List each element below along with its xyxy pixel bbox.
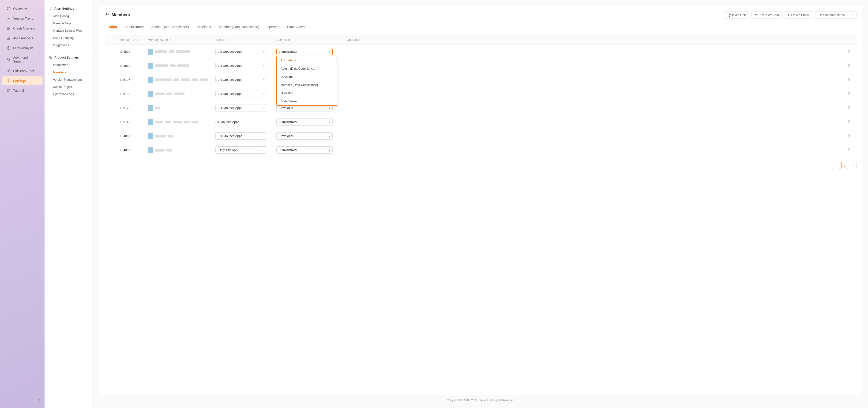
cell-member-id: ID 4867 [116, 129, 144, 143]
cell-operation [343, 129, 857, 143]
role-select-6[interactable]: Developer [276, 132, 333, 140]
row-checkbox-2[interactable] [109, 78, 112, 81]
tab-member-data-compliance[interactable]: Member (Data Compliance) [215, 23, 263, 31]
trash-icon [847, 134, 851, 137]
sort-icon-name[interactable]: ⇅ [170, 39, 172, 41]
sub-item-version-management[interactable]: Version Management [44, 76, 94, 83]
sub-item-integrations[interactable]: Integrations [44, 41, 94, 49]
tab-stats-viewer[interactable]: Stats Viewer [283, 23, 309, 31]
row-checkbox-0[interactable] [109, 49, 112, 53]
svg-point-14 [8, 91, 9, 92]
dropdown-item-admin-data-compliance[interactable]: Admin (Data Compliance) ⓘ [277, 64, 337, 73]
dropdown-item-stats-viewer[interactable]: Stats Viewer [277, 97, 337, 105]
scope-select-3[interactable]: All Grouped Apps [215, 90, 267, 97]
row-checkbox-4[interactable] [109, 106, 112, 109]
current-page[interactable]: 1 [841, 162, 848, 169]
scope-help-icon[interactable]: ⓘ [225, 38, 228, 41]
sort-icon-id[interactable]: ⇅ [136, 39, 138, 41]
delete-button-4[interactable] [845, 105, 853, 111]
cell-member-id: ID 4870 [116, 45, 144, 59]
collapse-button[interactable]: « [0, 395, 44, 404]
role-select-5[interactable]: Administrator [276, 118, 333, 126]
dropdown-item-operator[interactable]: Operator [277, 89, 337, 97]
sidebar-item-version-trend[interactable]: Version Trend [2, 14, 43, 23]
next-page-button[interactable]: > [850, 162, 857, 169]
row-checkbox-6[interactable] [109, 134, 112, 137]
members-header: Members Invite Link Invite WeCom Invite … [105, 11, 857, 19]
role-select-0[interactable]: Administrator [276, 48, 333, 55]
sidebar-item-settings[interactable]: Settings [2, 76, 43, 85]
table-row: ID 5170 All Grouped Apps ▾ Developer ▾ [105, 101, 857, 115]
invite-email-button[interactable]: Invite Email [785, 11, 812, 19]
delete-button-0[interactable] [845, 48, 853, 55]
footer: Copyright © 1998 - 2024 Tencent. All Rig… [99, 395, 862, 406]
tab-developer[interactable]: Developer [193, 23, 215, 31]
settings-icon [6, 79, 11, 83]
svg-rect-18 [51, 57, 52, 58]
invite-wecom-button[interactable]: Invite WeCom [751, 11, 782, 19]
select-all-checkbox[interactable] [109, 38, 112, 41]
row-checkbox-5[interactable] [109, 120, 112, 123]
scope-select-0[interactable]: All Grouped Apps [215, 48, 267, 55]
cell-user-role: Administrator ▾ Administrator Admin (Dat… [273, 45, 343, 59]
svg-rect-4 [9, 29, 10, 30]
delete-button-7[interactable] [845, 147, 853, 154]
sub-item-members[interactable]: Members [44, 69, 94, 76]
delete-button-6[interactable] [845, 133, 853, 139]
table-row: ID 4884 All Grouped Apps ▾ AII Grouped A… [105, 59, 857, 73]
role-select-7[interactable]: Administrator [276, 146, 333, 154]
dropdown-item-member-data-compliance[interactable]: Member (Data Compliance) ⓘ [277, 81, 337, 89]
sub-item-delete-project[interactable]: Delete Project [44, 83, 94, 91]
tab-administrator[interactable]: Administrator [121, 23, 148, 31]
sidebar-item-error-analysis[interactable]: Error Analysis [2, 43, 43, 53]
sidebar-label-error-analysis: Error Analysis [13, 46, 33, 50]
row-checkbox-7[interactable] [109, 148, 112, 151]
row-checkbox-3[interactable] [109, 92, 112, 95]
cell-member-name [144, 73, 212, 87]
cell-scope: All Grouped Apps [212, 115, 273, 129]
invite-link-button[interactable]: Invite Link [724, 11, 749, 19]
dropdown-item-developer[interactable]: Developer [277, 73, 337, 81]
scope-select-7[interactable]: Only This App [215, 146, 267, 154]
filter-input[interactable] [814, 11, 857, 19]
delete-button-5[interactable] [845, 119, 853, 125]
sidebar-item-tutorial[interactable]: Tutorial [2, 86, 43, 95]
scope-select-2[interactable]: All Grouped Apps [215, 76, 267, 83]
sub-item-information[interactable]: Information [44, 61, 94, 69]
sidebar-item-crash-analysis[interactable]: Crash Analysis [2, 24, 43, 33]
product-settings-title: Product Settings [44, 53, 94, 61]
delete-button-1[interactable] [845, 63, 853, 69]
sub-item-manage-symbol-files[interactable]: Manage Symbol Files [44, 27, 94, 34]
cell-user-role: Developer ▾ [273, 129, 343, 143]
tab-operator[interactable]: Operator [263, 23, 283, 31]
role-select-wrap-7: Administrator ▾ [276, 146, 333, 154]
members-panel: Members Invite Link Invite WeCom Invite … [99, 6, 862, 395]
sub-item-manage-tags[interactable]: Manage Tags [44, 20, 94, 27]
scope-select-1[interactable]: All Grouped Apps [215, 62, 267, 69]
sidebar-item-overview[interactable]: Overview [2, 4, 43, 13]
tool-icon [6, 69, 11, 73]
sub-item-operation-logs[interactable]: Operation Logs [44, 91, 94, 98]
cell-operation [343, 101, 857, 115]
trash-icon [847, 64, 851, 67]
svg-rect-20 [755, 14, 758, 16]
delete-button-3[interactable] [845, 91, 853, 97]
row-checkbox-1[interactable] [109, 64, 112, 67]
sidebar-item-anr-analysis[interactable]: ANR Analysis [2, 34, 43, 43]
cell-member-name [144, 115, 212, 129]
scope-select-wrap-0: All Grouped Apps ▾ [215, 48, 267, 55]
tab-admin-data-compliance[interactable]: Admin (Data Compliance) [148, 23, 192, 31]
tab-all[interactable]: All(8) [105, 23, 121, 31]
svg-point-12 [8, 80, 9, 81]
svg-rect-15 [50, 56, 51, 57]
scope-select-4[interactable]: All Grouped Apps [215, 104, 267, 111]
cell-member-name [144, 143, 212, 157]
prev-page-button[interactable]: < [833, 162, 840, 169]
sub-item-alert-config[interactable]: Alert Config [44, 12, 94, 20]
sidebar-item-advanced-search[interactable]: Advanced Search [2, 54, 43, 66]
sub-item-issue-grouping[interactable]: Issue Grouping [44, 34, 94, 41]
scope-select-6[interactable]: All Grouped Apps [215, 132, 267, 140]
dropdown-item-administrator[interactable]: Administrator [277, 56, 337, 64]
sidebar-item-efficiency-tool[interactable]: Efficiency Tool [2, 67, 43, 75]
delete-button-2[interactable] [845, 77, 853, 83]
